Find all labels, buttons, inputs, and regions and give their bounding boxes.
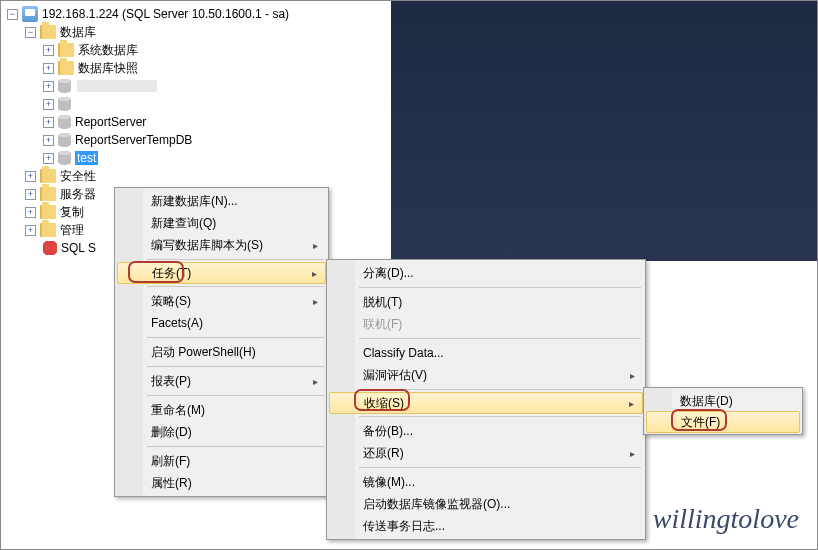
mi-rename[interactable]: 重命名(M) [117,399,326,421]
tree-reportserver[interactable]: ReportServer [75,115,146,129]
tree-test[interactable]: test [75,151,98,165]
tree-servers[interactable]: 服务器 [60,186,96,203]
separator [147,286,324,287]
database-icon [58,151,71,165]
toggle-replication[interactable]: + [25,207,36,218]
separator [147,366,324,367]
toggle-sysdb[interactable]: + [43,45,54,56]
mi-tasks[interactable]: 任务(T) [117,262,326,284]
toggle-snapshot[interactable]: + [43,63,54,74]
mi-shrink-file[interactable]: 文件(F) [646,411,800,433]
separator [359,416,641,417]
folder-icon [40,223,56,237]
toggle-rst[interactable]: + [43,135,54,146]
tree-sysdb[interactable]: 系统数据库 [78,42,138,59]
mi-online: 联机(F) [329,313,643,335]
mi-policies[interactable]: 策略(S) [117,290,326,312]
mi-properties[interactable]: 属性(R) [117,472,326,494]
tree-snapshot[interactable]: 数据库快照 [78,60,138,77]
separator [147,446,324,447]
agent-icon [43,241,57,255]
separator [147,259,324,260]
tree-security[interactable]: 安全性 [60,168,96,185]
toggle-db2[interactable]: + [43,99,54,110]
server-title: 192.168.1.224 (SQL Server 10.50.1600.1 -… [42,7,289,21]
mi-detach[interactable]: 分离(D)... [329,262,643,284]
mi-facets[interactable]: Facets(A) [117,312,326,334]
database-icon [58,115,71,129]
mi-shrink-database[interactable]: 数据库(D) [646,390,800,412]
toggle-security[interactable]: + [25,171,36,182]
tree-replication[interactable]: 复制 [60,204,84,221]
toggle-management[interactable]: + [25,225,36,236]
tree-blank-db[interactable] [77,80,157,92]
submenu-shrink[interactable]: 数据库(D) 文件(F) [643,387,803,435]
separator [359,287,641,288]
toggle-server[interactable]: − [7,9,18,20]
separator [359,389,641,390]
folder-icon [40,169,56,183]
mi-vuln[interactable]: 漏洞评估(V) [329,364,643,386]
separator [147,337,324,338]
database-icon [58,133,71,147]
mi-restore[interactable]: 还原(R) [329,442,643,464]
watermark: willingtolove [653,503,799,535]
context-menu-database[interactable]: 新建数据库(N)... 新建查询(Q) 编写数据库脚本为(S) 任务(T) 策略… [114,187,329,497]
tree-reportservertemp[interactable]: ReportServerTempDB [75,133,192,147]
mi-monitor[interactable]: 启动数据库镜像监视器(O)... [329,493,643,515]
mi-delete[interactable]: 删除(D) [117,421,326,443]
mi-offline[interactable]: 脱机(T) [329,291,643,313]
server-icon [22,6,38,22]
tree-management[interactable]: 管理 [60,222,84,239]
tree-databases[interactable]: 数据库 [60,24,96,41]
mi-classify[interactable]: Classify Data... [329,342,643,364]
folder-icon [40,187,56,201]
folder-icon [58,61,74,75]
mi-shrink[interactable]: 收缩(S) [329,392,643,414]
database-icon [58,97,71,111]
mi-backup[interactable]: 备份(B)... [329,420,643,442]
toggle-servers[interactable]: + [25,189,36,200]
separator [359,338,641,339]
mi-powershell[interactable]: 启动 PowerShell(H) [117,341,326,363]
mi-refresh[interactable]: 刷新(F) [117,450,326,472]
toggle-db1[interactable]: + [43,81,54,92]
toggle-rs[interactable]: + [43,117,54,128]
folder-icon [58,43,74,57]
database-icon [58,79,71,93]
mi-new-database[interactable]: 新建数据库(N)... [117,190,326,212]
mi-new-query[interactable]: 新建查询(Q) [117,212,326,234]
separator [147,395,324,396]
background-panel [391,1,817,261]
submenu-tasks[interactable]: 分离(D)... 脱机(T) 联机(F) Classify Data... 漏洞… [326,259,646,540]
separator [359,467,641,468]
toggle-test[interactable]: + [43,153,54,164]
folder-icon [40,205,56,219]
mi-mirror[interactable]: 镜像(M)... [329,471,643,493]
toggle-databases[interactable]: − [25,27,36,38]
tree-sqls[interactable]: SQL S [61,241,96,255]
mi-shiplog[interactable]: 传送事务日志... [329,515,643,537]
mi-script[interactable]: 编写数据库脚本为(S) [117,234,326,256]
mi-reports[interactable]: 报表(P) [117,370,326,392]
folder-icon [40,25,56,39]
